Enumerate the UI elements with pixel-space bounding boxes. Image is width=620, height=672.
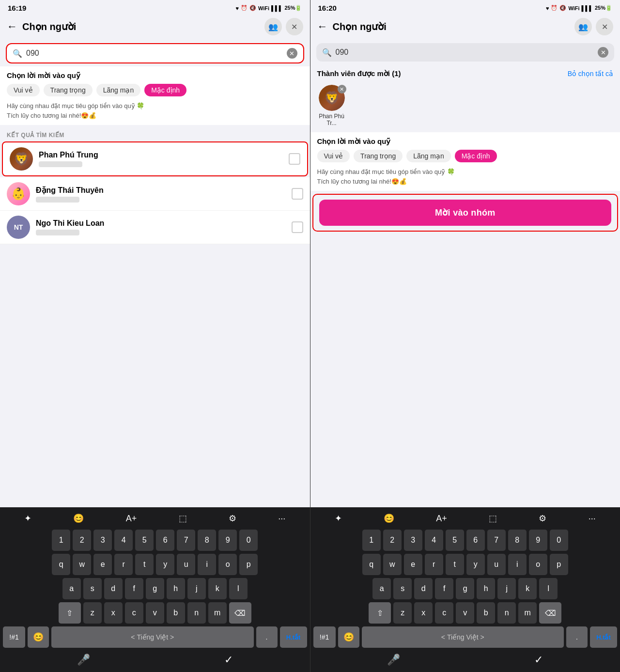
kb-m-left[interactable]: m (208, 602, 227, 624)
kb-0-right[interactable]: 0 (550, 530, 568, 551)
kb-1-left[interactable]: 1 (52, 530, 70, 551)
tag-langman-right[interactable]: Lãng mạn (406, 150, 450, 162)
kb-g-left[interactable]: g (146, 578, 164, 599)
kb-shift-left[interactable]: ⇧ (59, 602, 81, 624)
tag-macdinh-left[interactable]: Mặc định (144, 84, 186, 96)
checkmark-icon-left[interactable]: ✓ (224, 654, 233, 666)
kb-j-left[interactable]: j (187, 578, 206, 599)
kb-more-right[interactable]: ··· (586, 511, 599, 526)
kb-l-right[interactable]: l (539, 578, 558, 599)
kb-emoji-left[interactable]: 😊 (28, 626, 49, 648)
kb-0-left[interactable]: 0 (239, 530, 258, 551)
kb-c-left[interactable]: c (125, 602, 143, 624)
share-icon-right[interactable]: 👥 (574, 18, 592, 35)
deselect-all-button[interactable]: Bỏ chọn tất cả (568, 70, 613, 78)
search-input-right[interactable]: 090 (336, 48, 594, 57)
tag-vuive-left[interactable]: Vui vẻ (7, 84, 40, 96)
kb-j-right[interactable]: j (497, 578, 516, 599)
kb-shift-right[interactable]: ⇧ (369, 602, 391, 624)
share-icon-left[interactable]: 👥 (264, 18, 282, 35)
kb-p-left[interactable]: p (239, 554, 258, 575)
kb-x-left[interactable]: x (104, 602, 123, 624)
kb-e-right[interactable]: e (404, 554, 422, 575)
invite-group-button[interactable]: Mời vào nhóm (319, 200, 612, 226)
search-bar-right[interactable]: 🔍 090 ✕ (316, 43, 615, 62)
kb-s-right[interactable]: s (393, 578, 412, 599)
kb-z-right[interactable]: z (393, 602, 412, 624)
kb-lang-right[interactable]: < Tiếng Việt > (362, 626, 564, 648)
checkmark-icon-right[interactable]: ✓ (534, 654, 543, 666)
kb-backspace-right[interactable]: ⌫ (539, 602, 561, 624)
kb-g-right[interactable]: g (456, 578, 474, 599)
kb-p-right[interactable]: p (550, 554, 568, 575)
kb-5-right[interactable]: 5 (446, 530, 464, 551)
kb-l-left[interactable]: l (229, 578, 248, 599)
kb-4-right[interactable]: 4 (425, 530, 443, 551)
kb-done-left[interactable]: H.tắt (280, 626, 307, 648)
kb-emoji-tool-right[interactable]: 😊 (381, 511, 397, 526)
kb-k-left[interactable]: k (208, 578, 227, 599)
kb-h-right[interactable]: h (477, 578, 495, 599)
kb-sym-left[interactable]: !#1 (3, 626, 25, 648)
kb-font-right[interactable]: A+ (433, 511, 450, 526)
kb-q-left[interactable]: q (52, 554, 70, 575)
contact-row-phan-left[interactable]: Phan Phú Trung (2, 141, 308, 176)
kb-emoji-right[interactable]: 😊 (338, 626, 359, 648)
kb-2-left[interactable]: 2 (73, 530, 91, 551)
kb-font-left[interactable]: A+ (123, 511, 140, 526)
kb-7-right[interactable]: 7 (487, 530, 506, 551)
kb-w-right[interactable]: w (383, 554, 402, 575)
kb-sym-right[interactable]: !#1 (313, 626, 336, 648)
kb-period-left[interactable]: . (256, 626, 278, 648)
kb-a-left[interactable]: a (62, 578, 81, 599)
kb-z-left[interactable]: z (83, 602, 102, 624)
contact-row-dang-left[interactable]: Đặng Thái Thuyên (0, 177, 310, 211)
kb-y-right[interactable]: y (466, 554, 485, 575)
tag-trangtong-left[interactable]: Trang trọng (44, 84, 93, 96)
contact-row-ngo-left[interactable]: NT Ngo Thi Kieu Loan (0, 211, 310, 244)
kb-t-left[interactable]: t (135, 554, 154, 575)
kb-c-right[interactable]: c (435, 602, 453, 624)
kb-h-left[interactable]: h (167, 578, 185, 599)
kb-6-left[interactable]: 6 (156, 530, 174, 551)
kb-gear-right[interactable]: ⚙ (536, 511, 549, 526)
kb-w-left[interactable]: w (73, 554, 91, 575)
back-button-left[interactable]: ← (7, 20, 17, 33)
kb-2-right[interactable]: 2 (383, 530, 402, 551)
kb-n-left[interactable]: n (187, 602, 206, 624)
kb-i-right[interactable]: i (508, 554, 527, 575)
kb-x-right[interactable]: x (414, 602, 433, 624)
kb-b-left[interactable]: b (167, 602, 185, 624)
kb-5-left[interactable]: 5 (135, 530, 154, 551)
checkbox-ngo-left[interactable] (292, 221, 303, 233)
kb-e-left[interactable]: e (93, 554, 112, 575)
tag-trangtong-right[interactable]: Trang trọng (354, 150, 403, 162)
kb-v-right[interactable]: v (456, 602, 474, 624)
kb-u-left[interactable]: u (177, 554, 195, 575)
kb-3-left[interactable]: 3 (93, 530, 112, 551)
kb-done-right[interactable]: H.tắt (590, 626, 617, 648)
kb-i-left[interactable]: i (198, 554, 216, 575)
kb-7-left[interactable]: 7 (177, 530, 195, 551)
close-icon-right[interactable]: ✕ (596, 18, 613, 35)
kb-m-right[interactable]: m (518, 602, 537, 624)
kb-9-left[interactable]: 9 (218, 530, 237, 551)
kb-1-right[interactable]: 1 (362, 530, 381, 551)
kb-a-right[interactable]: a (372, 578, 391, 599)
kb-9-right[interactable]: 9 (529, 530, 547, 551)
close-icon-left[interactable]: ✕ (286, 18, 303, 35)
mic-icon-right[interactable]: 🎤 (387, 654, 400, 666)
kb-6-right[interactable]: 6 (466, 530, 485, 551)
kb-o-right[interactable]: o (529, 554, 547, 575)
kb-o-left[interactable]: o (218, 554, 237, 575)
kb-r-left[interactable]: r (114, 554, 133, 575)
kb-4-left[interactable]: 4 (114, 530, 133, 551)
kb-8-right[interactable]: 8 (508, 530, 527, 551)
kb-sparkle-left[interactable]: ✦ (21, 511, 34, 526)
kb-n-right[interactable]: n (497, 602, 516, 624)
kb-more-left[interactable]: ··· (275, 511, 288, 526)
kb-lang-left[interactable]: < Tiếng Việt > (51, 626, 254, 648)
kb-d-left[interactable]: d (104, 578, 123, 599)
checkbox-dang-left[interactable] (292, 188, 303, 200)
kb-s-left[interactable]: s (83, 578, 102, 599)
